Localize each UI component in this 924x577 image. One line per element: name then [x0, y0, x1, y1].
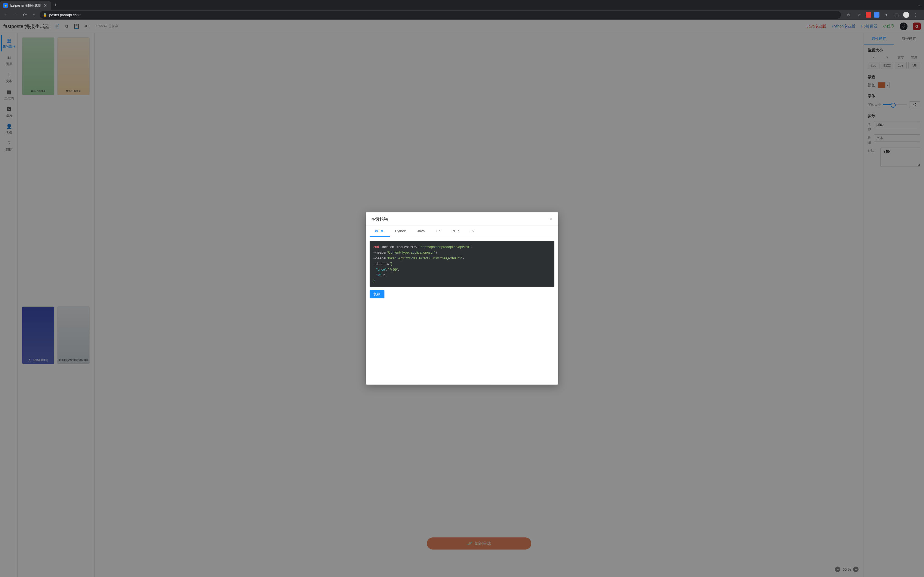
star-icon[interactable]: ☆ [855, 11, 863, 19]
code-tabs: cURL Python Java Go PHP JS [370, 226, 554, 237]
new-tab-button[interactable]: + [51, 2, 60, 8]
forward-button: → [11, 11, 19, 19]
extension-icon[interactable] [874, 12, 879, 18]
home-button[interactable]: ⌂ [30, 11, 38, 19]
nav-bar: ← → ⟳ ⌂ 🔒 poster.prodapi.cn/#/ ⎋ ☆ ✦ ▢ ⋮ [0, 10, 924, 20]
chevron-down-icon[interactable]: ⌄ [914, 2, 924, 8]
code-modal: 示例代码 ✕ cURL Python Java Go PHP JS curl -… [366, 213, 558, 385]
close-icon[interactable]: ✕ [43, 3, 48, 8]
browser-chrome: ⚡ fastposter海报生成器 ✕ + ⌄ ← → ⟳ ⌂ 🔒 poster… [0, 0, 924, 20]
browser-tab[interactable]: ⚡ fastposter海报生成器 ✕ [0, 1, 51, 10]
reload-button[interactable]: ⟳ [21, 11, 29, 19]
address-bar[interactable]: 🔒 poster.prodapi.cn/#/ [40, 11, 841, 19]
tab-java[interactable]: Java [412, 226, 430, 237]
tab-php[interactable]: PHP [446, 226, 464, 237]
puzzle-icon[interactable]: ✦ [882, 11, 890, 19]
panel-icon[interactable]: ▢ [893, 11, 900, 19]
tab-go[interactable]: Go [430, 226, 446, 237]
tab-js[interactable]: JS [464, 226, 480, 237]
favicon-icon: ⚡ [3, 3, 8, 8]
close-icon[interactable]: ✕ [549, 216, 553, 221]
share-icon[interactable]: ⎋ [845, 11, 853, 19]
extension-icons: ⎋ ☆ ✦ ▢ ⋮ [843, 11, 922, 19]
lock-icon: 🔒 [43, 13, 47, 17]
tab-curl[interactable]: cURL [370, 226, 390, 237]
tab-title: fastposter海报生成器 [10, 3, 41, 8]
tab-python[interactable]: Python [390, 226, 412, 237]
code-block[interactable]: curl --location --request POST 'https://… [370, 241, 554, 287]
modal-title: 示例代码 [371, 216, 388, 221]
profile-avatar[interactable] [903, 12, 909, 18]
tab-bar: ⚡ fastposter海报生成器 ✕ + ⌄ [0, 0, 924, 10]
url-text: poster.prodapi.cn/#/ [49, 13, 81, 17]
copy-button[interactable]: 复制 [370, 290, 384, 298]
back-button[interactable]: ← [2, 11, 10, 19]
kebab-icon[interactable]: ⋮ [912, 12, 919, 18]
extension-icon[interactable] [866, 12, 871, 18]
